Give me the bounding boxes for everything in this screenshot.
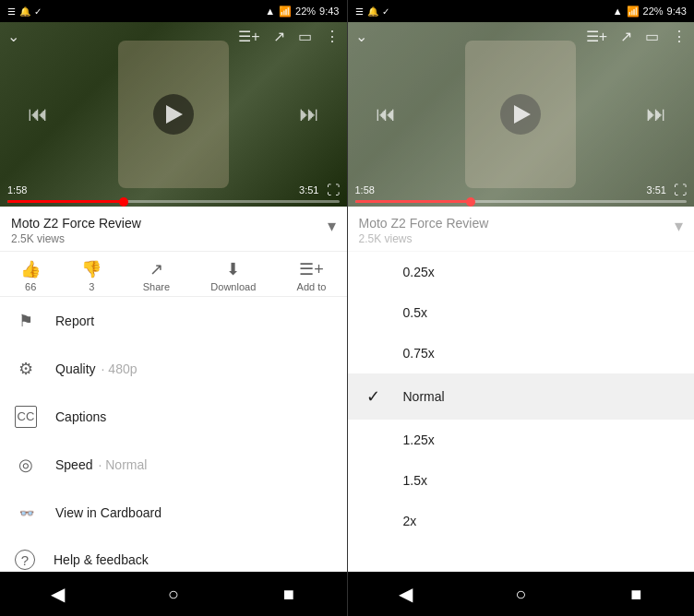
check-icon-r: ✓ (382, 6, 389, 17)
collapse-icon[interactable]: ⌄ (7, 29, 19, 44)
recent-button-r[interactable]: ■ (616, 574, 656, 614)
cast-icon[interactable]: ▭ (298, 28, 312, 45)
speed-icon: ◎ (15, 454, 37, 476)
menu-item-quality[interactable]: ⚙ Quality · 480p (0, 345, 347, 393)
play-button[interactable] (153, 94, 194, 135)
total-time: 3:51 (299, 184, 318, 195)
video-views-right: 2.5K views (359, 232, 489, 245)
nav-bar-right: ◀ ○ ■ (348, 572, 695, 616)
fullscreen-icon-r: ⛶ (674, 183, 687, 197)
more-icon[interactable]: ⋮ (325, 28, 340, 45)
share-button[interactable]: ↗ Share (143, 259, 170, 292)
skip-prev-right: ⏮ (376, 102, 396, 126)
status-bar-right: ☰ 🔔 ✓ ▲ 📶 22% 9:43 (348, 0, 695, 22)
menu-item-help[interactable]: ? Help & feedback (0, 537, 347, 572)
speed-sub: · Normal (98, 457, 147, 472)
skip-next-icon[interactable]: ⏭ (299, 102, 319, 126)
video-top-controls-right: ☰+ ↗ ▭ ⋮ (586, 28, 687, 45)
menu-list: ⚑ Report ⚙ Quality · 480p CC Captions ◎ … (0, 297, 347, 572)
menu-item-cardboard[interactable]: 👓 View in Cardboard (0, 489, 347, 537)
wifi-icon: ▲ (265, 6, 275, 17)
home-button[interactable]: ○ (153, 574, 194, 614)
current-time-r: 1:58 (355, 184, 375, 195)
progress-bar[interactable] (7, 200, 340, 203)
play-triangle-right (514, 105, 531, 124)
dislike-count: 3 (89, 281, 94, 292)
cardboard-icon: 👓 (15, 502, 37, 524)
recent-button[interactable]: ■ (269, 574, 309, 614)
speed-item-125[interactable]: 1.25x (348, 420, 695, 460)
total-time-r: 3:51 (647, 184, 666, 195)
add-to-icon: ☰+ (299, 259, 324, 279)
playlist-icon[interactable]: ☰+ (238, 28, 259, 45)
action-buttons: 👍 66 👎 3 ↗ Share ⬇ Download ☰+ Add to (0, 252, 347, 297)
check-icon: ✓ (34, 6, 42, 17)
check-normal: ✓ (366, 386, 389, 407)
speed-label-075: 0.75x (403, 346, 435, 361)
video-player[interactable]: ⏮ ⏭ ⌄ ☰+ ↗ ▭ ⋮ 1:58 3:51 ⛶ (0, 22, 347, 207)
report-label: Report (55, 314, 94, 328)
more-icon-r: ⋮ (672, 28, 687, 45)
speed-item-normal[interactable]: ✓ Normal (348, 373, 695, 420)
back-button-r[interactable]: ◀ (385, 574, 425, 614)
quality-sub: · 480p (102, 361, 138, 376)
status-icons-right: ▲ 📶 22% 9:43 (265, 6, 339, 18)
speed-item-2[interactable]: 2x (348, 501, 695, 541)
speed-menu: 0.25x 0.5x 0.75x ✓ Normal 1.25x 1.5x 2x (348, 252, 695, 572)
share-icon-r: ↗ (620, 28, 632, 45)
video-title-block: Moto Z2 Force Review 2.5K views (11, 216, 141, 245)
dislike-button[interactable]: 👎 3 (81, 259, 102, 292)
nav-bar-left: ◀ ○ ■ (0, 572, 347, 616)
back-button[interactable]: ◀ (38, 574, 78, 614)
status-bar-left: ☰ 🔔 ✓ ▲ 📶 22% 9:43 (0, 0, 347, 22)
video-title-right: Moto Z2 Force Review (359, 216, 489, 231)
hamburger-icon-r: ☰ (355, 6, 364, 17)
speed-label-15: 1.5x (403, 473, 427, 488)
share-icon[interactable]: ↗ (273, 28, 285, 45)
share-label: Share (143, 281, 170, 292)
play-triangle-icon (166, 105, 183, 124)
home-button-r[interactable]: ○ (500, 574, 541, 614)
menu-item-speed[interactable]: ◎ Speed · Normal (0, 441, 347, 489)
video-controls-bar-right: 1:58 3:51 ⛶ (348, 179, 695, 207)
cast-icon-r: ▭ (645, 28, 659, 45)
add-to-label: Add to (297, 281, 327, 292)
menu-item-captions[interactable]: CC Captions (0, 393, 347, 441)
fullscreen-icon[interactable]: ⛶ (327, 183, 340, 197)
cardboard-label: View in Cardboard (55, 505, 162, 520)
download-button[interactable]: ⬇ Download (210, 259, 256, 292)
video-title-row: Moto Z2 Force Review 2.5K views ▾ (11, 216, 336, 245)
speed-label-125: 1.25x (403, 432, 435, 447)
status-icons-right-left: ☰ 🔔 ✓ (355, 6, 389, 17)
menu-item-report[interactable]: ⚑ Report (0, 297, 347, 345)
battery-text: 22% (295, 6, 316, 17)
speed-item-15[interactable]: 1.5x (348, 460, 695, 501)
video-title-block-right: Moto Z2 Force Review 2.5K views (359, 216, 489, 245)
progress-bar-right (355, 200, 688, 203)
right-panel: ☰ 🔔 ✓ ▲ 📶 22% 9:43 ⏮ ⏭ ⌄ ☰+ ↗ ▭ ⋮ (348, 0, 695, 616)
video-title: Moto Z2 Force Review (11, 216, 141, 231)
expand-icon[interactable]: ▾ (328, 216, 336, 236)
video-top-controls: ☰+ ↗ ▭ ⋮ (238, 28, 339, 45)
speed-item-025[interactable]: 0.25x (348, 252, 695, 292)
add-to-button[interactable]: ☰+ Add to (297, 259, 327, 292)
signal-icon: 📶 (279, 6, 292, 18)
status-icons-left: ☰ 🔔 ✓ (7, 6, 42, 17)
like-button[interactable]: 👍 66 (20, 259, 41, 292)
signal-icon-r: 📶 (627, 6, 640, 18)
current-time: 1:58 (7, 184, 27, 195)
progress-fill-right (355, 200, 472, 203)
speed-item-05[interactable]: 0.5x (348, 292, 695, 333)
video-top-left-right: ⌄ (355, 28, 367, 45)
wifi-icon-r: ▲ (613, 6, 623, 17)
progress-fill (7, 200, 124, 203)
progress-thumb-right (466, 197, 475, 207)
flag-icon: ⚑ (15, 310, 37, 332)
speed-label-normal: Normal (403, 389, 445, 404)
skip-prev-icon[interactable]: ⏮ (28, 102, 48, 126)
notification-icon-r: 🔔 (367, 6, 378, 17)
cc-icon: CC (15, 406, 37, 428)
playlist-icon-r: ☰+ (586, 28, 607, 45)
speed-item-075[interactable]: 0.75x (348, 333, 695, 373)
time-row: 1:58 3:51 ⛶ (7, 183, 340, 197)
